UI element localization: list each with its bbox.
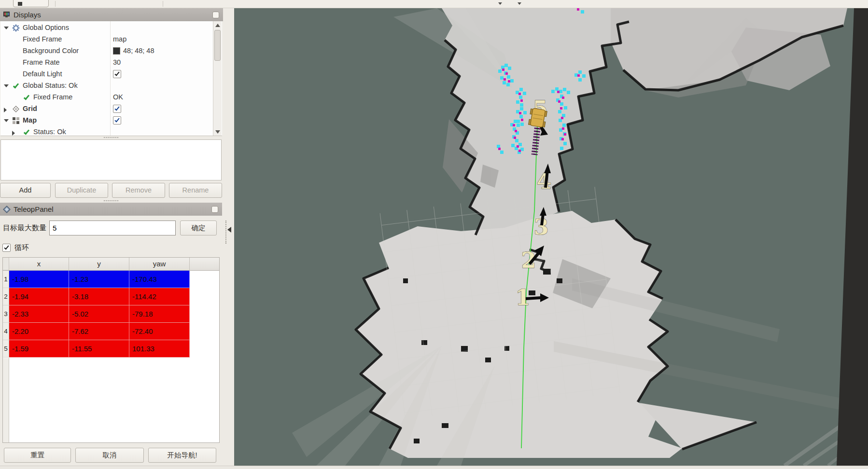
cancel-button[interactable]: 取消	[75, 448, 144, 463]
panel-collapse-handle[interactable]	[225, 221, 226, 244]
map-display-icon	[12, 117, 20, 124]
teleop-panel-title: TeleopPanel	[14, 205, 54, 213]
table-row[interactable]: 1 -1.98 -1.23 -170.43	[3, 271, 219, 288]
column-header-x[interactable]: x	[9, 258, 69, 270]
top-toolbar	[0, 0, 868, 8]
teleop-panel-header[interactable]: TeleopPanel	[0, 203, 222, 216]
waypoint-table[interactable]: x y yaw 1 -1.98 -1.23 -170.43 2 -1.94 -3…	[2, 257, 220, 443]
tree-row-map[interactable]: Map	[0, 115, 213, 126]
cell-x[interactable]: -1.59	[9, 340, 69, 358]
remove-display-button[interactable]: Remove	[112, 183, 165, 198]
confirm-button[interactable]: 确定	[180, 221, 217, 235]
loop-checkbox[interactable]	[2, 244, 11, 252]
reset-button[interactable]: 重置	[4, 448, 71, 463]
chevron-down-icon[interactable]	[498, 2, 502, 5]
cell-y[interactable]: -1.23	[69, 271, 129, 288]
property-label: Global Status: Ok	[23, 82, 78, 89]
collapse-arrow-icon[interactable]	[4, 84, 9, 87]
table-row[interactable]: 4 -2.20 -7.62 -72.40	[3, 323, 219, 340]
expand-arrow-icon[interactable]	[4, 108, 7, 112]
loop-checkbox-label: 循环	[14, 243, 29, 252]
chevron-down-icon[interactable]	[518, 2, 521, 5]
tree-row-frame-rate[interactable]: Frame Rate 30	[0, 57, 213, 69]
displays-panel-icon	[3, 11, 11, 18]
tree-row-fixed-frame-status[interactable]: Fixed Frame OK	[0, 92, 213, 103]
panel-float-button[interactable]	[211, 206, 218, 213]
collapse-arrow-icon[interactable]	[4, 119, 9, 122]
expand-arrow-icon[interactable]	[12, 131, 15, 136]
property-label: Global Options	[23, 24, 69, 31]
toolbar-tool-button[interactable]	[13, 0, 49, 7]
column-header-yaw[interactable]: yaw	[129, 258, 190, 270]
toolbar-separator	[163, 1, 163, 7]
add-display-button[interactable]: Add	[0, 183, 51, 198]
panel-float-button[interactable]	[212, 12, 219, 18]
cell-yaw[interactable]: 101.33	[129, 340, 190, 358]
tree-row-background-color[interactable]: Background Color 48; 48; 48	[0, 45, 213, 57]
toolbar-separator	[55, 1, 56, 7]
scroll-down-icon[interactable]	[215, 130, 220, 134]
column-header-y[interactable]: y	[69, 258, 129, 270]
robot-marker	[528, 108, 547, 128]
property-value[interactable]: 30	[113, 58, 121, 66]
tree-row-global-status[interactable]: Global Status: Ok	[0, 80, 213, 92]
gear-icon	[12, 24, 20, 32]
loop-checkbox-row[interactable]: 循环	[2, 243, 29, 252]
status-strip	[0, 466, 868, 469]
property-value[interactable]: map	[113, 35, 126, 43]
row-number: 2	[3, 288, 9, 305]
displays-property-tree[interactable]: Global Options Fixed Frame map Backgroun…	[0, 21, 222, 136]
map-enabled-checkbox[interactable]	[113, 116, 121, 124]
display-name[interactable]: Grid	[23, 105, 37, 112]
row-number: 1	[3, 271, 9, 288]
cell-y[interactable]: -5.02	[69, 305, 129, 323]
panel-splitter[interactable]	[0, 199, 222, 202]
max-goals-input[interactable]	[49, 221, 176, 235]
table-row[interactable]: 5 -1.59 -11.55 101.33	[3, 340, 219, 358]
display-name[interactable]: Map	[23, 116, 37, 124]
displays-empty-list	[0, 139, 222, 180]
cell-yaw[interactable]: -79.18	[129, 305, 190, 323]
panel-splitter[interactable]	[0, 136, 222, 139]
map-canvas[interactable]: 1 2 3 4 5	[234, 8, 868, 466]
tool-icon	[18, 2, 22, 6]
color-swatch[interactable]	[113, 47, 120, 55]
property-value[interactable]: 48; 48; 48	[123, 47, 154, 55]
cell-y[interactable]: -11.55	[69, 340, 129, 358]
property-label: Frame Rate	[23, 58, 60, 66]
default-light-checkbox[interactable]	[113, 70, 121, 78]
cell-yaw[interactable]: -114.42	[129, 288, 190, 305]
table-row[interactable]: 3 -2.33 -5.02 -79.18	[3, 305, 219, 323]
cell-x[interactable]: -2.20	[9, 323, 69, 340]
map-plane-edge-dark	[837, 8, 868, 466]
cell-yaw[interactable]: -72.40	[129, 323, 190, 340]
cell-yaw[interactable]: -170.43	[129, 271, 190, 288]
collapse-arrow-icon[interactable]	[4, 27, 9, 29]
map-3d-viewport[interactable]: 1 2 3 4 5	[234, 8, 868, 466]
cell-x[interactable]: -1.94	[9, 288, 69, 305]
property-label: Status: Ok	[33, 128, 66, 136]
tree-row-map-status[interactable]: Status: Ok	[0, 126, 213, 136]
displays-panel-header[interactable]: Displays	[0, 8, 223, 21]
rename-display-button[interactable]: Rename	[169, 183, 222, 198]
duplicate-display-button[interactable]: Duplicate	[55, 183, 108, 198]
start-navigation-button[interactable]: 开始导航!	[148, 448, 216, 463]
table-row[interactable]: 2 -1.94 -3.18 -114.42	[3, 288, 219, 305]
collapse-left-icon[interactable]	[227, 227, 231, 233]
row-number: 5	[3, 340, 9, 358]
cell-x[interactable]: -2.33	[9, 305, 69, 323]
scroll-up-icon[interactable]	[215, 24, 220, 27]
tree-row-fixed-frame[interactable]: Fixed Frame map	[0, 34, 213, 45]
property-value: OK	[113, 93, 123, 101]
property-label: Fixed Frame	[33, 93, 72, 101]
scrollbar-thumb[interactable]	[214, 30, 221, 61]
property-label: Fixed Frame	[23, 35, 62, 43]
tree-row-global-options[interactable]: Global Options	[0, 22, 213, 34]
grid-enabled-checkbox[interactable]	[113, 105, 121, 113]
cell-y[interactable]: -7.62	[69, 323, 129, 340]
tree-scrollbar[interactable]	[213, 21, 222, 136]
tree-row-default-light[interactable]: Default Light	[0, 69, 213, 80]
cell-y[interactable]: -3.18	[69, 288, 129, 305]
tree-row-grid[interactable]: Grid	[0, 103, 213, 115]
cell-x[interactable]: -1.98	[9, 271, 69, 288]
